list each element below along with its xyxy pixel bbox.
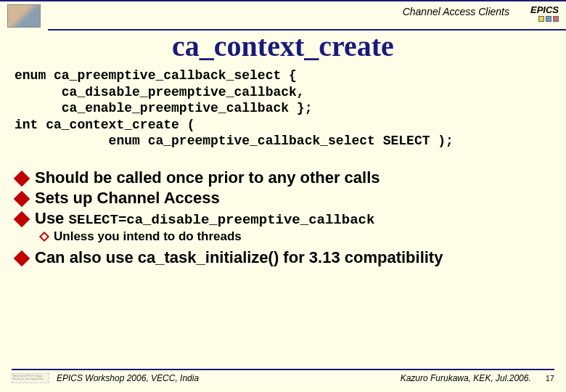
- bullet-item: Should be called once prior to any other…: [16, 168, 550, 187]
- diamond-bullet-icon: [14, 170, 30, 187]
- bullet-text: Should be called once prior to any other…: [35, 168, 380, 187]
- header-topic: Channel Access Clients: [403, 6, 509, 17]
- epics-logo-text: EPICS: [518, 4, 559, 15]
- footer-divider: [12, 369, 554, 370]
- bullet-list: Should be called once prior to any other…: [0, 168, 566, 267]
- header: Channel Access Clients EPICS: [0, 1, 566, 29]
- footer-row: Macintosh PICT image format is not suppo…: [12, 373, 554, 383]
- slide-title: ca_context_create: [0, 29, 566, 63]
- epics-logo-squares: [518, 16, 559, 22]
- footer-right-text: Kazuro Furukawa, KEK, Jul.2006.: [401, 373, 531, 383]
- diamond-bullet-icon: [14, 250, 30, 266]
- sub-bullet-text: Unless you intend to do threads: [54, 229, 242, 244]
- diamond-bullet-icon: [14, 190, 30, 207]
- footer: Macintosh PICT image format is not suppo…: [0, 369, 566, 383]
- diamond-outline-bullet-icon: [39, 231, 49, 241]
- diamond-bullet-icon: [14, 211, 30, 227]
- footer-left-text: EPICS Workshop 2006, VECC, India: [57, 373, 401, 383]
- bullet-text: Use SELECT=ca_disable_preemptive_callbac…: [35, 209, 374, 228]
- sub-bullet-item: Unless you intend to do threads: [41, 229, 550, 244]
- inline-code: SELECT=ca_disable_preemptive_callback: [68, 212, 374, 228]
- bullet-item: Can also use ca_task_initialize() for 3.…: [16, 248, 550, 267]
- epics-logo: EPICS: [518, 4, 559, 22]
- bullet-item: Sets up Channel Access: [16, 189, 550, 208]
- bullet-item: Use SELECT=ca_disable_preemptive_callbac…: [16, 209, 550, 228]
- emblem-image: [7, 4, 41, 28]
- page-number: 17: [546, 374, 554, 383]
- bullet-text: Sets up Channel Access: [35, 189, 220, 208]
- code-block: enum ca_preemptive_callback_select { ca_…: [0, 68, 566, 150]
- placeholder-image: Macintosh PICT image format is not suppo…: [12, 373, 49, 383]
- bullet-text: Can also use ca_task_initialize() for 3.…: [35, 248, 443, 267]
